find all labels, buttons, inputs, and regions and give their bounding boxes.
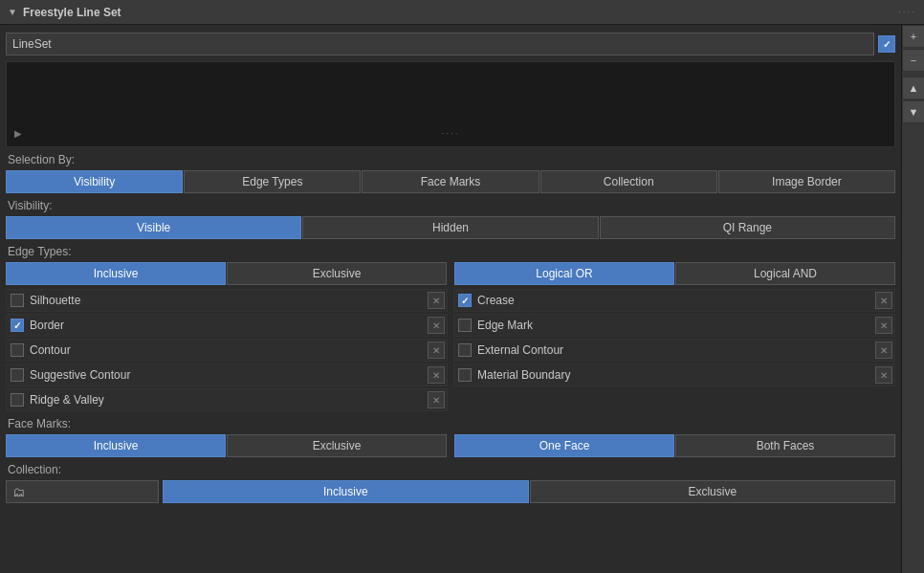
face-marks-one-face-btn[interactable]: One Face [454,434,674,457]
main-content: ✓ ▶ ···· Selection By: Visibility Edge T… [0,25,901,573]
selection-by-label: Selection By: [0,149,901,168]
tab-edge-types[interactable]: Edge Types [184,170,361,193]
ridge-valley-checkbox[interactable] [11,393,24,407]
scroll-up-btn[interactable]: ▲ [902,77,924,99]
freestyle-line-set-panel: ▼ Freestyle Line Set ···· ✓ ▶ ···· Selec… [0,0,924,573]
lineset-row: ✓ [0,29,901,59]
face-marks-label: Face Marks: [0,413,901,432]
visibility-visible-btn[interactable]: Visible [6,216,301,239]
tab-face-marks[interactable]: Face Marks [362,170,539,193]
contour-label: Contour [30,343,443,357]
visibility-hidden-btn[interactable]: Hidden [302,216,598,239]
edge-types-exclusive-btn[interactable]: Exclusive [227,262,447,285]
lineset-name-input[interactable] [6,33,874,55]
checkbox-contour: Contour ✕ [6,339,448,362]
edge-types-left-col: Silhouette ✕ ✓ Border ✕ Contour ✕ [6,289,448,411]
panel-body: ✓ ▶ ···· Selection By: Visibility Edge T… [0,25,924,573]
checkbox-border: ✓ Border ✕ [6,314,448,337]
selection-by-tabs: Visibility Edge Types Face Marks Collect… [6,170,895,193]
face-marks-exclusive-btn[interactable]: Exclusive [227,434,447,457]
edge-mark-checkbox[interactable] [458,319,472,332]
suggestive-contour-label: Suggestive Contour [30,368,443,382]
edge-types-inclusive-btn[interactable]: Inclusive [6,262,226,285]
collection-label: Collection: [0,459,901,478]
face-marks-both-faces-btn[interactable]: Both Faces [675,434,895,457]
preview-resize-dots[interactable]: ···· [441,128,459,139]
panel-collapse-icon[interactable]: ▼ [8,7,17,17]
checkbox-suggestive-contour: Suggestive Contour ✕ [6,364,448,386]
face-marks-buttons: Inclusive Exclusive One Face Both Faces [6,434,895,457]
silhouette-x-btn[interactable]: ✕ [428,292,445,309]
checkbox-material-boundary: Material Boundary ✕ [453,364,895,386]
silhouette-label: Silhouette [30,294,443,307]
external-contour-label: External Contour [477,343,891,357]
visibility-label: Visibility: [0,195,901,214]
checkbox-ridge-valley: Ridge & Valley ✕ [6,388,448,411]
collection-exclusive-btn[interactable]: Exclusive [530,480,896,503]
edge-types-right-col: ✓ Crease ✕ Edge Mark ✕ External Contour … [453,289,895,411]
crease-checkbox[interactable]: ✓ [458,294,472,307]
collection-inclusive-btn[interactable]: Inclusive [163,480,529,503]
lineset-check-mark: ✓ [883,39,891,50]
contour-checkbox[interactable] [11,343,24,357]
tab-image-border[interactable]: Image Border [718,170,895,193]
visibility-qi-range-btn[interactable]: QI Range [600,216,895,239]
edge-types-label: Edge Types: [0,241,901,260]
visibility-buttons: Visible Hidden QI Range [6,216,895,239]
material-boundary-label: Material Boundary [477,368,891,382]
ridge-valley-x-btn[interactable]: ✕ [428,391,445,408]
edge-types-logical-or-btn[interactable]: Logical OR [454,262,674,285]
crease-x-btn[interactable]: ✕ [875,292,892,309]
edge-types-controls: Inclusive Exclusive Logical OR Logical A… [6,262,895,285]
material-boundary-x-btn[interactable]: ✕ [875,366,892,384]
border-label: Border [30,319,443,332]
edge-types-logical-and-btn[interactable]: Logical AND [675,262,895,285]
checkbox-crease: ✓ Crease ✕ [453,289,895,312]
panel-drag-dots[interactable]: ···· [898,7,916,17]
edge-types-incl-excl: Inclusive Exclusive [6,262,447,285]
lineset-enabled-checkbox[interactable]: ✓ [878,35,895,53]
silhouette-checkbox[interactable] [11,294,24,307]
preview-area: ▶ ···· [6,61,895,147]
face-marks-inclusive-btn[interactable]: Inclusive [6,434,226,457]
external-contour-x-btn[interactable]: ✕ [875,342,892,359]
tab-visibility[interactable]: Visibility [6,170,183,193]
panel-title: Freestyle Line Set [23,6,121,19]
edge-types-logical: Logical OR Logical AND [454,262,895,285]
contour-x-btn[interactable]: ✕ [428,342,445,359]
border-checkbox[interactable]: ✓ [11,319,24,332]
preview-expand-icon[interactable]: ▶ [14,128,22,139]
collection-input[interactable]: 🗂 [6,480,159,503]
panel-header-left: ▼ Freestyle Line Set [8,6,121,19]
collection-incl-excl: Inclusive Exclusive [163,480,895,503]
edge-types-checkboxes: Silhouette ✕ ✓ Border ✕ Contour ✕ [6,289,895,411]
checkbox-external-contour: External Contour ✕ [453,339,895,362]
add-btn[interactable]: + [902,25,924,48]
checkbox-silhouette: Silhouette ✕ [6,289,448,312]
material-boundary-checkbox[interactable] [458,368,472,382]
collection-row: 🗂 Inclusive Exclusive [6,480,895,503]
panel-header: ▼ Freestyle Line Set ···· [0,0,924,25]
crease-label: Crease [477,294,891,307]
tab-collection[interactable]: Collection [540,170,717,193]
scroll-down-btn[interactable]: ▼ [902,100,924,123]
border-x-btn[interactable]: ✕ [428,317,445,334]
remove-btn[interactable]: − [902,49,924,72]
ridge-valley-label: Ridge & Valley [30,393,443,407]
external-contour-checkbox[interactable] [458,343,472,357]
suggestive-contour-checkbox[interactable] [11,368,24,382]
checkbox-edge-mark: Edge Mark ✕ [453,314,895,337]
edge-mark-x-btn[interactable]: ✕ [875,317,892,334]
scroll-buttons: + − ▲ ▼ [901,25,924,573]
edge-mark-label: Edge Mark [477,319,891,332]
suggestive-contour-x-btn[interactable]: ✕ [428,366,445,384]
collection-box-icon: 🗂 [12,485,25,499]
